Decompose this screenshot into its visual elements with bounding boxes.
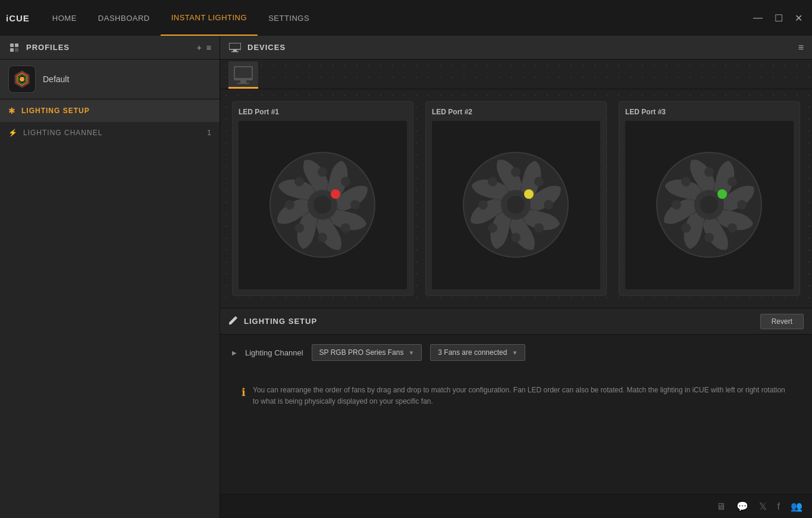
- device-tab-0[interactable]: [228, 61, 258, 89]
- svg-rect-3: [15, 48, 18, 52]
- svg-rect-10: [233, 49, 237, 51]
- lighting-setup-item[interactable]: ✱ LIGHTING SETUP: [0, 99, 220, 122]
- fan-type-dropdown-arrow: ▼: [408, 350, 414, 356]
- lighting-setup-panel-title: LIGHTING SETUP: [244, 317, 760, 326]
- profiles-icon: [8, 42, 20, 54]
- fan-count-label: 3 Fans are connected: [438, 348, 507, 357]
- main-nav: HOME DASHBOARD INSTANT LIGHTING SETTINGS: [42, 0, 750, 36]
- svg-rect-14: [240, 80, 246, 83]
- fan-1-inner: [239, 121, 407, 289]
- maximize-button[interactable]: ☐: [771, 11, 786, 25]
- fan-2-inner: [432, 121, 600, 289]
- fan-port-3-title: LED Port #3: [625, 108, 794, 116]
- svg-rect-11: [231, 51, 239, 52]
- fan-port-3: LED Port #3: [619, 101, 800, 296]
- facebook-social-icon[interactable]: f: [777, 501, 780, 512]
- svg-rect-1: [15, 43, 18, 47]
- profile-name: Default: [43, 74, 69, 84]
- fan-port-1-title: LED Port #1: [239, 108, 407, 116]
- fan-port-2-title: LED Port #2: [432, 108, 600, 116]
- svg-point-47: [672, 200, 681, 210]
- fan-type-dropdown[interactable]: SP RGB PRO Series Fans ▼: [312, 344, 422, 361]
- fan-ports-area: LED Port #1: [220, 89, 812, 308]
- fan-type-label: SP RGB PRO Series Fans: [319, 348, 404, 357]
- fan-count-dropdown[interactable]: 3 Fans are connected ▼: [430, 344, 525, 361]
- info-text: You can rearrange the order of fans by d…: [253, 385, 791, 407]
- lighting-channel-item[interactable]: ⚡ LIGHTING CHANNEL 1: [0, 122, 220, 143]
- svg-point-33: [511, 233, 521, 242]
- lighting-channel-label: LIGHTING CHANNEL: [23, 129, 207, 137]
- svg-rect-15: [237, 83, 249, 84]
- community-social-icon[interactable]: 👥: [791, 501, 802, 512]
- chat-social-icon[interactable]: 💬: [736, 501, 748, 512]
- channel-expand-arrow[interactable]: ▶: [232, 350, 237, 356]
- svg-point-35: [478, 200, 488, 210]
- svg-point-17: [318, 167, 327, 177]
- nav-instant-lighting[interactable]: INSTANT LIGHTING: [161, 0, 258, 36]
- svg-point-26: [313, 196, 331, 214]
- svg-point-21: [318, 233, 327, 242]
- window-controls: — ☐ ✕: [750, 11, 806, 25]
- svg-point-31: [544, 200, 553, 210]
- svg-point-51: [717, 189, 727, 199]
- svg-rect-2: [10, 48, 14, 52]
- main-layout: PROFILES + ≡ Default ✱ L: [0, 36, 812, 518]
- devices-icon: [228, 41, 242, 54]
- svg-point-38: [507, 196, 525, 214]
- profiles-section-header: PROFILES + ≡: [0, 36, 220, 60]
- profiles-menu-button[interactable]: ≡: [206, 43, 211, 52]
- profile-icon: [8, 65, 36, 93]
- svg-rect-13: [235, 67, 252, 78]
- sidebar: PROFILES + ≡ Default ✱ L: [0, 36, 220, 518]
- lightning-icon: ⚡: [8, 129, 17, 137]
- fan-count-dropdown-arrow: ▼: [512, 350, 518, 356]
- app-logo: iCUE: [6, 13, 30, 23]
- content-area: DEVICES ≡ LED Port #1: [220, 36, 812, 518]
- fan-3-inner: [625, 121, 794, 289]
- svg-point-27: [331, 189, 340, 199]
- lighting-channel-badge: 1: [207, 129, 211, 137]
- svg-rect-9: [229, 43, 241, 49]
- svg-point-19: [350, 200, 360, 210]
- lighting-channel-row: ▶ Lighting Channel SP RGB PRO Series Fan…: [220, 335, 812, 370]
- devices-menu-button[interactable]: ≡: [798, 42, 804, 53]
- device-tabs: [220, 60, 812, 89]
- nav-settings[interactable]: SETTINGS: [258, 0, 320, 36]
- svg-point-23: [285, 200, 294, 210]
- fan-port-2: LED Port #2: [425, 101, 607, 296]
- info-icon: ℹ: [242, 386, 246, 399]
- svg-point-50: [700, 196, 718, 214]
- fan-port-1: LED Port #1: [232, 101, 413, 296]
- svg-point-43: [737, 200, 747, 210]
- devices-title: DEVICES: [247, 43, 798, 52]
- lighting-setup-label: LIGHTING SETUP: [21, 107, 211, 115]
- svg-point-45: [704, 233, 714, 242]
- social-bar: 🖥 💬 𝕏 f 👥: [220, 494, 812, 518]
- fan-1-container: [239, 121, 407, 289]
- svg-point-41: [704, 167, 714, 177]
- edit-icon: [228, 316, 238, 327]
- svg-point-39: [524, 189, 534, 199]
- titlebar: iCUE HOME DASHBOARD INSTANT LIGHTING SET…: [0, 0, 812, 36]
- fan-3-container: [625, 121, 794, 289]
- minimize-button[interactable]: —: [750, 11, 766, 25]
- devices-header: DEVICES ≡: [220, 36, 812, 60]
- revert-button[interactable]: Revert: [760, 314, 804, 329]
- svg-rect-0: [10, 43, 14, 47]
- lighting-setup-panel-header: LIGHTING SETUP Revert: [220, 308, 812, 335]
- wrench-icon: ✱: [8, 106, 15, 116]
- monitor-social-icon[interactable]: 🖥: [716, 501, 726, 512]
- fan-2-container: [432, 121, 600, 289]
- nav-dashboard[interactable]: DASHBOARD: [87, 0, 161, 36]
- svg-point-29: [511, 167, 521, 177]
- nav-home[interactable]: HOME: [42, 0, 87, 36]
- profile-default[interactable]: Default: [0, 60, 220, 99]
- profiles-actions: + ≡: [197, 43, 211, 52]
- info-box: ℹ You can rearrange the order of fans by…: [232, 376, 800, 416]
- add-profile-button[interactable]: +: [197, 43, 202, 52]
- svg-point-8: [20, 77, 24, 82]
- close-button[interactable]: ✕: [791, 11, 806, 25]
- profiles-title: PROFILES: [26, 43, 197, 52]
- lighting-setup-panel: LIGHTING SETUP Revert ▶ Lighting Channel…: [220, 308, 812, 518]
- twitter-social-icon[interactable]: 𝕏: [759, 501, 767, 512]
